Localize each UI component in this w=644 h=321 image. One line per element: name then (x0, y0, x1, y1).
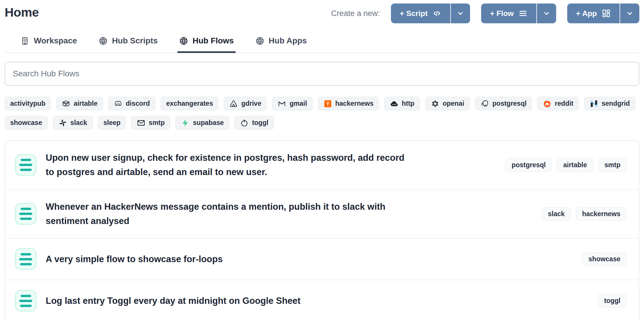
filter-label: reddit (555, 100, 573, 107)
flow-tag-showcase: showcase (582, 252, 627, 266)
hub-flows-page: Home Create a new: + Script + Flow + App (0, 0, 644, 321)
flow-tags: toggl (589, 294, 627, 308)
filter-tag-activitypub[interactable]: activitypub (5, 97, 51, 110)
filter-tag-list: activitypub airtable discord exchangerat… (5, 97, 639, 130)
create-buttons: + Script + Flow + App (391, 3, 639, 23)
filter-tag-postgresql[interactable]: postgresql (475, 97, 532, 110)
app-button[interactable]: + App (567, 3, 620, 23)
gdrive-icon (229, 99, 238, 108)
filter-tag-discord[interactable]: discord (108, 97, 155, 110)
tab-bar: Workspace Hub Scripts Hub Flows Hub Apps (5, 31, 639, 53)
flow-icon (15, 290, 36, 311)
reddit-icon (543, 99, 552, 108)
flow-title: Whenever an HackerNews message contains … (46, 200, 406, 228)
layout-grid-icon (602, 9, 611, 18)
gmail-icon (277, 99, 286, 108)
app-button-group: + App (567, 3, 639, 23)
sendgrid-icon (590, 99, 598, 108)
flow-list-item[interactable]: Whenever an HackerNews message contains … (5, 190, 639, 239)
page-title: Home (5, 5, 39, 20)
flow-title: Log last entry Toggl every day at midnig… (46, 294, 300, 308)
filter-label: showcase (10, 119, 42, 127)
supabase-icon (181, 119, 190, 127)
flow-tag-smtp: smtp (598, 158, 627, 172)
tab-hub-flows[interactable]: Hub Flows (177, 31, 236, 53)
filter-tag-exchangerates[interactable]: exchangerates (161, 97, 218, 110)
flow-list-item[interactable]: Upon new user signup, check for existenc… (5, 141, 639, 190)
chevron-down-icon (456, 9, 465, 17)
filter-tag-supabase[interactable]: supabase (175, 116, 229, 130)
tab-label: Hub Apps (269, 36, 307, 45)
filter-tag-sendgrid[interactable]: sendgrid (584, 97, 635, 110)
chevron-down-icon (542, 9, 551, 17)
toggl-icon (240, 119, 249, 127)
filter-tag-openai[interactable]: openai (425, 97, 470, 110)
filter-label: hackernews (335, 100, 374, 107)
filter-tag-gmail[interactable]: gmail (272, 97, 312, 110)
globe-icon (255, 36, 264, 45)
flow-list-item[interactable]: A very simple flow to showcase for-loops… (5, 239, 639, 280)
create-new-area: Create a new: + Script + Flow + App (331, 3, 639, 23)
flow-dropdown-button[interactable] (537, 3, 556, 23)
create-new-label: Create a new: (331, 9, 380, 18)
filter-tag-hackernews[interactable]: hackernews (318, 97, 379, 110)
svg-text:HTTP: HTTP (392, 104, 396, 105)
filter-label: smtp (149, 119, 165, 127)
flow-tag-toggl: toggl (598, 294, 627, 308)
filter-label: sleep (104, 119, 121, 127)
tab-hub-apps[interactable]: Hub Apps (254, 31, 309, 53)
filter-label: slack (70, 119, 87, 127)
filter-tag-airtable[interactable]: airtable (56, 97, 103, 110)
postgresql-icon (481, 99, 489, 108)
discord-icon (114, 99, 122, 108)
filter-label: exchangerates (166, 100, 213, 107)
filter-tag-http[interactable]: HTTP http (384, 97, 420, 110)
filter-tag-reddit[interactable]: reddit (537, 97, 579, 110)
chevron-down-icon (626, 9, 634, 17)
script-dropdown-button[interactable] (451, 3, 470, 23)
openai-icon (431, 99, 440, 108)
script-button-group: + Script (391, 3, 470, 23)
flow-button[interactable]: + Flow (481, 3, 537, 23)
filter-label: gmail (289, 100, 307, 107)
tab-hub-scripts[interactable]: Hub Scripts (97, 31, 159, 53)
filter-label: airtable (74, 100, 97, 107)
filter-label: discord (126, 100, 150, 107)
flow-title: Upon new user signup, check for existenc… (46, 151, 406, 179)
filter-label: openai (443, 100, 464, 107)
filter-tag-slack[interactable]: slack (53, 116, 93, 130)
flow-list-item[interactable]: Log last entry Toggl every day at midnig… (5, 280, 639, 321)
flow-tags: slackhackernews (533, 207, 627, 221)
building-icon (20, 36, 29, 45)
menu-bars-icon (518, 9, 528, 18)
flow-tag-hackernews: hackernews (576, 207, 627, 221)
filter-tag-gdrive[interactable]: gdrive (224, 97, 267, 110)
filter-tag-sleep[interactable]: sleep (98, 116, 126, 130)
filter-label: activitypub (10, 100, 45, 107)
filter-label: http (402, 100, 414, 107)
flow-tags: showcase (574, 252, 627, 266)
flow-tags: postgresqlairtablesmtp (497, 158, 627, 172)
tab-label: Hub Flows (193, 36, 234, 45)
filter-label: toggl (252, 119, 268, 127)
globe-icon (179, 36, 188, 45)
page-header: Home Create a new: + Script + Flow + App (5, 0, 639, 23)
airtable-icon (62, 99, 70, 108)
tab-label: Hub Scripts (112, 36, 158, 45)
app-dropdown-button[interactable] (620, 3, 639, 23)
flow-title: A very simple flow to showcase for-loops (46, 252, 223, 266)
search-input[interactable] (5, 62, 639, 86)
hub-flows-list: Upon new user signup, check for existenc… (5, 140, 639, 321)
flow-tag-postgresql: postgresql (506, 158, 552, 172)
filter-label: supabase (193, 119, 224, 127)
filter-tag-showcase[interactable]: showcase (5, 116, 48, 130)
code-icon (432, 9, 442, 18)
tab-workspace[interactable]: Workspace (19, 31, 79, 53)
script-button[interactable]: + Script (391, 3, 451, 23)
hackernews-icon (323, 99, 332, 108)
filter-tag-smtp[interactable]: smtp (131, 116, 170, 130)
smtp-icon (137, 119, 145, 127)
flow-tag-airtable: airtable (557, 158, 593, 172)
globe-icon (99, 36, 108, 45)
filter-tag-toggl[interactable]: toggl (234, 116, 274, 130)
